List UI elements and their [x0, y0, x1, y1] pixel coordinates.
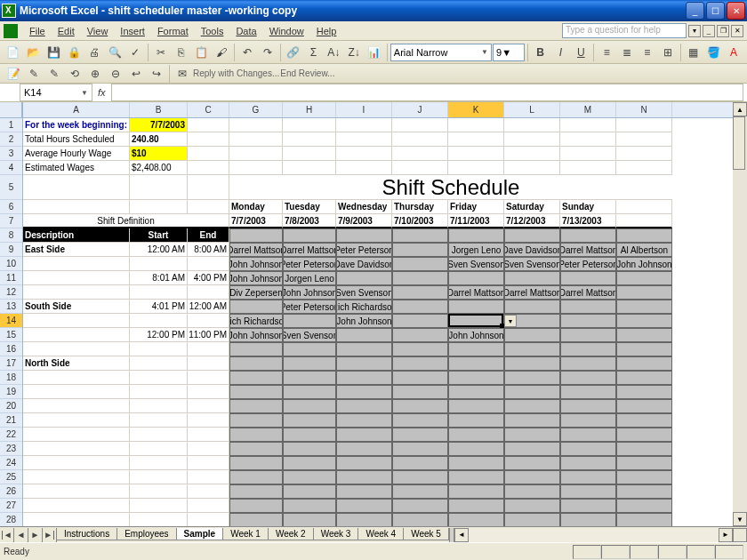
schedule-title[interactable]: Shift Schedule	[229, 175, 672, 200]
fill-color-icon[interactable]: 🪣	[703, 43, 723, 62]
underline-icon[interactable]: U	[571, 43, 590, 62]
cell[interactable]	[188, 470, 229, 484]
cell[interactable]	[130, 442, 188, 456]
cell[interactable]	[23, 499, 130, 513]
cell[interactable]	[130, 385, 188, 399]
day-date-sun[interactable]: 7/13/2003	[560, 214, 616, 228]
row-header-18[interactable]: 18	[0, 371, 22, 385]
cell[interactable]	[616, 200, 672, 214]
cell[interactable]	[188, 484, 229, 499]
cell[interactable]	[616, 399, 672, 413]
assignment-cell[interactable]: John Johnson	[229, 328, 283, 342]
shift-end[interactable]	[188, 285, 229, 300]
day-date-wed[interactable]: 7/9/2003	[336, 214, 392, 228]
cell[interactable]	[392, 118, 448, 132]
cell[interactable]	[130, 399, 188, 413]
column-header-L[interactable]: L	[504, 102, 560, 117]
save-icon[interactable]: 💾	[44, 43, 64, 62]
cell[interactable]	[504, 499, 560, 513]
cell[interactable]	[392, 356, 448, 371]
cell[interactable]	[560, 399, 616, 413]
review-icon[interactable]: 📝	[4, 64, 23, 84]
reply-changes-button[interactable]: Reply with Changes...	[193, 68, 279, 78]
maximize-button[interactable]: ☐	[706, 2, 725, 20]
cell[interactable]	[392, 470, 448, 484]
shift-definition-header[interactable]: Shift Definition	[23, 214, 229, 228]
header-end[interactable]: End	[188, 228, 229, 243]
cell[interactable]	[392, 147, 448, 161]
column-header-N[interactable]: N	[616, 102, 672, 117]
cell[interactable]	[336, 132, 392, 147]
cell[interactable]	[283, 356, 336, 371]
cell[interactable]	[448, 342, 504, 356]
spelling-icon[interactable]: ✓	[125, 43, 145, 62]
column-header-K[interactable]: K	[448, 102, 504, 117]
cell[interactable]	[283, 484, 336, 499]
tab-week1[interactable]: Week 1	[222, 528, 269, 540]
cell[interactable]	[130, 499, 188, 513]
cell[interactable]	[336, 356, 392, 371]
assignment-cell[interactable]: Darrel Mattson	[560, 243, 616, 257]
cell[interactable]	[336, 513, 392, 526]
review-icon[interactable]: ↩	[126, 64, 146, 84]
assignment-cell[interactable]	[392, 285, 448, 300]
cell[interactable]	[504, 513, 560, 526]
cell[interactable]	[23, 413, 130, 428]
cell[interactable]	[229, 161, 283, 175]
cell[interactable]	[229, 513, 283, 526]
cell[interactable]	[229, 356, 283, 371]
align-right-icon[interactable]: ≡	[638, 43, 657, 62]
header-start[interactable]: Start	[130, 228, 188, 243]
cell[interactable]	[229, 228, 283, 243]
cell[interactable]	[392, 342, 448, 356]
day-date-thu[interactable]: 7/10/2003	[392, 214, 448, 228]
cell[interactable]	[188, 442, 229, 456]
week-beginning-label[interactable]: For the week beginning:	[23, 118, 130, 132]
tab-week3[interactable]: Week 3	[313, 528, 359, 540]
column-header-H[interactable]: H	[283, 102, 336, 117]
cell[interactable]	[504, 356, 560, 371]
assignment-cell[interactable]: Darrel Mattson	[229, 243, 283, 257]
cell[interactable]	[283, 513, 336, 526]
cell[interactable]	[504, 470, 560, 484]
name-box[interactable]: K14 ▼	[20, 84, 92, 101]
cell[interactable]	[130, 470, 188, 484]
bold-icon[interactable]: B	[531, 43, 550, 62]
cell[interactable]	[448, 499, 504, 513]
row-header-27[interactable]: 27	[0, 499, 22, 513]
cell[interactable]	[23, 371, 130, 385]
cell[interactable]	[616, 371, 672, 385]
scroll-left-icon[interactable]: ◄	[454, 528, 469, 542]
cell[interactable]	[283, 161, 336, 175]
assignment-cell[interactable]: Sven Svenson	[504, 257, 560, 271]
cell[interactable]	[448, 428, 504, 442]
assignment-cell[interactable]: Rich Richardson	[336, 300, 392, 314]
cell[interactable]	[560, 342, 616, 356]
row-header-11[interactable]: 11	[0, 271, 22, 285]
cell[interactable]	[188, 513, 229, 526]
assignment-cell[interactable]	[616, 285, 672, 300]
cell[interactable]	[283, 228, 336, 243]
assignment-cell[interactable]: Darrel Mattson	[283, 243, 336, 257]
cell[interactable]	[392, 399, 448, 413]
cell[interactable]	[283, 456, 336, 470]
assignment-cell[interactable]: Peter Peterson	[560, 257, 616, 271]
assignment-cell[interactable]	[616, 271, 672, 285]
cell[interactable]	[504, 456, 560, 470]
cell[interactable]	[229, 132, 283, 147]
assignment-cell[interactable]: Darrel Mattson	[448, 285, 504, 300]
cell[interactable]	[188, 356, 229, 371]
assignment-cell[interactable]	[336, 328, 392, 342]
cell[interactable]	[23, 428, 130, 442]
vertical-scrollbar[interactable]: ▲ ▼	[733, 102, 747, 526]
print-preview-icon[interactable]: 🔍	[105, 43, 124, 62]
new-icon[interactable]: 📄	[4, 43, 23, 62]
formula-bar[interactable]	[111, 84, 743, 101]
cell[interactable]	[616, 456, 672, 470]
cell[interactable]	[616, 118, 672, 132]
assignment-cell[interactable]	[504, 271, 560, 285]
column-header-M[interactable]: M	[560, 102, 616, 117]
cell[interactable]	[560, 470, 616, 484]
assignment-cell[interactable]: John Johnson	[229, 257, 283, 271]
column-header-B[interactable]: B	[130, 102, 188, 117]
